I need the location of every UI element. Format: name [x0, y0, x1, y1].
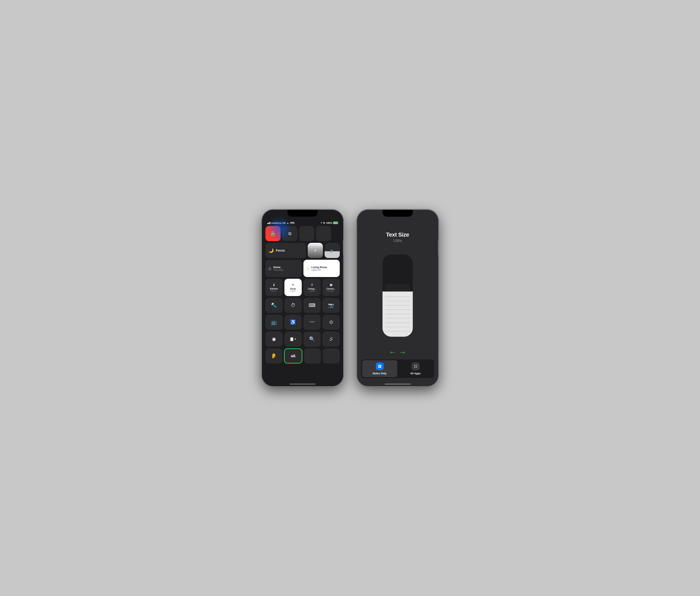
home-icon: ⌂ [268, 266, 271, 271]
vinyl-tile[interactable]: ◉ [265, 331, 283, 347]
remote-tile[interactable]: 📺 [265, 315, 283, 330]
svg-rect-5 [416, 365, 417, 366]
lock-rotation-tile[interactable]: 🔒 [265, 226, 281, 241]
cc-row-1: 🔒 ⧉ [265, 226, 340, 241]
notes-plus-icon: 📋+ [289, 337, 296, 342]
study-lights-tile[interactable]: ≡ Study Lights [284, 279, 302, 296]
notes-only-label: Notes Only [373, 372, 386, 375]
vpn-badge: VPN [290, 222, 294, 224]
notes-only-segment[interactable]: Notes Only [362, 360, 397, 377]
cc-row-7: ◉ 📋+ 🔍 𝓢 [265, 331, 340, 347]
text-size-percent: 135% [393, 239, 402, 243]
brightness-tile[interactable]: ☀ [308, 243, 323, 258]
timer-tile[interactable]: ⏱ [284, 298, 302, 313]
accessibility-icon: ♿ [290, 319, 296, 325]
calculator-icon: ⌨ [309, 302, 315, 308]
all-apps-segment[interactable]: All Apps [398, 360, 433, 377]
living-room-home-icon: ⌂ [307, 266, 309, 271]
text-size-icon: aA [291, 354, 295, 358]
location-icon: ◎ [323, 221, 325, 224]
volume-tile[interactable]: 🔈 [325, 243, 340, 258]
status-right: ↗ ◎ 100% [320, 221, 338, 224]
signal-icon [267, 222, 270, 224]
conser-tile[interactable]: ◉ Conser... HomeP... [322, 279, 340, 296]
all-apps-label: All Apps [410, 372, 420, 375]
kitchen-therm-tile[interactable]: 🌡 Kitchen Therm... [265, 279, 283, 296]
text-size-slider[interactable] [383, 254, 413, 337]
text-size-tile[interactable]: aA [284, 348, 302, 364]
notes-plus-tile[interactable]: 📋+ [284, 331, 302, 347]
vinyl-icon: ◉ [272, 336, 276, 342]
hearing-icon: 👂 [271, 353, 277, 359]
timer-icon: ⏱ [291, 302, 295, 308]
scope-segmented-control[interactable]: Notes Only All Apps [361, 359, 434, 378]
home-indicator-right [385, 383, 411, 384]
nav-arrow-icon: ↗ [320, 221, 322, 224]
living-room-label: Living Room [311, 266, 327, 269]
shazam-tile[interactable]: 𝓢 [322, 331, 340, 347]
control-center: vodafone UK ▲ VPN ↗ ◎ 100% [262, 210, 343, 386]
conser-label: Conser... [326, 288, 335, 290]
study-label: Study [290, 288, 296, 290]
flashlight-tile[interactable]: 🔦 [265, 298, 283, 313]
living-sublabel: Lights [309, 290, 314, 292]
calculator-tile[interactable]: ⌨ [304, 298, 321, 313]
hearing-tile[interactable]: 👂 [265, 348, 282, 364]
battery-percent: 100% [326, 222, 332, 224]
lamp-icon: 🕯 [310, 283, 314, 287]
tile-3[interactable] [299, 226, 314, 241]
arrow-annotation: ← → [389, 348, 407, 356]
svg-rect-4 [414, 365, 415, 366]
home-label: Home [274, 266, 284, 269]
stopwatch-icon: ⊙ [329, 319, 333, 325]
focus-tile[interactable]: 🌙 Focus [265, 243, 306, 258]
shazam-icon: 𝓢 [330, 336, 332, 342]
cc-row-8: 👂 aA [265, 348, 340, 364]
home-favourites-tile[interactable]: ⌂ Home Favourites [265, 260, 302, 277]
text-size-title: Text Size [386, 231, 409, 238]
cc-row-4: 🌡 Kitchen Therm... ≡ Study Lights 🕯 Livi… [265, 279, 340, 296]
living-room-tile[interactable]: ⌂ Living Room Lights Off [304, 260, 340, 277]
remote-icon: 📺 [271, 319, 277, 325]
screen-mirror-icon: ⧉ [288, 231, 291, 236]
study-sublabel: Lights [290, 290, 295, 292]
empty-tile-3 [304, 348, 321, 364]
conser-sublabel: HomeP... [327, 290, 335, 292]
magnifier-icon: 🔍 [309, 336, 315, 342]
volume-icon: 🔈 [330, 248, 334, 253]
right-arrow-icon: → [399, 348, 407, 356]
notch-left [287, 210, 318, 217]
focus-label: Focus [276, 249, 285, 252]
voice-memos-tile[interactable]: 〰 [304, 315, 321, 330]
kitchen-sublabel: Therm... [270, 290, 278, 292]
conser-icon: ◉ [330, 283, 333, 287]
brightness-icon: ☀ [314, 248, 317, 253]
tile-4[interactable] [316, 226, 331, 241]
phone-left: vodafone UK ▲ VPN ↗ ◎ 100% [261, 209, 344, 387]
moon-icon: 🌙 [268, 248, 274, 253]
magnifier-tile[interactable]: 🔍 [304, 331, 321, 347]
ts-phone-screen: Text Size 135% [357, 210, 438, 386]
kitchen-label: Kitchen [270, 288, 278, 290]
svg-rect-6 [414, 367, 415, 368]
living-label: Living... [308, 288, 316, 290]
living-lights-tile[interactable]: 🕯 Living... Lights [304, 279, 321, 296]
phone-right: Text Size 135% [357, 209, 439, 387]
cc-row-6: 📺 ♿ 〰 ⊙ [265, 315, 340, 330]
slider-dark-section [383, 254, 413, 292]
battery-icon [333, 222, 338, 224]
lock-rotation-icon: 🔒 [270, 231, 276, 237]
slider-light-section [383, 292, 413, 337]
camera-icon: 📷 [328, 302, 334, 308]
camera-tile[interactable]: 📷 [322, 298, 340, 313]
carrier-label: vodafone UK [271, 222, 286, 224]
cc-row-3: ⌂ Home Favourites ⌂ Living Room Lights O… [265, 260, 340, 277]
stopwatch-tile[interactable]: ⊙ [322, 315, 340, 330]
text-size-slider-container[interactable] [361, 247, 434, 344]
flashlight-icon: 🔦 [271, 302, 277, 308]
wifi-icon: ▲ [287, 222, 289, 224]
cc-row-5: 🔦 ⏱ ⌨ 📷 [265, 298, 340, 313]
accessibility-tile[interactable]: ♿ [284, 315, 302, 330]
screen-mirror-tile[interactable]: ⧉ [282, 226, 297, 241]
all-apps-icon [412, 363, 419, 370]
